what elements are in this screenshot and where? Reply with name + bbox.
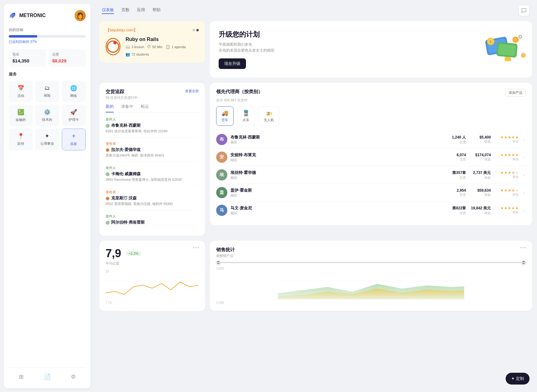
agent-row-5: 马 马文·麦金尼 南区 第822章 交货 19,842 美元 [216,202,526,219]
nav-dashboard[interactable]: 仪表板 [102,7,114,14]
cat-drone[interactable]: 🚁 无人机 [258,106,279,126]
svg-point-8 [513,38,518,42]
tab-shipping[interactable]: 船运 [141,104,149,112]
agent-arrow-3[interactable]: › [522,172,526,177]
sales-chart-yaxis: 3,000 [216,267,526,270]
slider-track [216,262,526,263]
cat-train[interactable]: 🚆 火车 [237,106,255,126]
agent-region-4: 南区 [230,193,441,198]
layers-icon[interactable]: ⊞ [17,371,25,382]
upgrade-button[interactable]: 现在升级 [219,58,246,69]
upgrade-illustration: $ [480,34,523,66]
agent-rating-5: ★★★★★ [494,206,519,210]
nav-apps[interactable]: 应用 [137,7,145,14]
chat-icon[interactable] [518,5,530,16]
ruby-circle [107,40,119,53]
agent-arrow-5[interactable]: › [522,208,526,213]
left-col: 【biqubiqu.com】 Ruby on Rails [99,21,205,78]
service-finance[interactable]: 💹 金融的 [9,105,33,126]
sales-chart-yaxis2: 2,500 [216,301,526,304]
sales-menu-dots[interactable] [520,247,526,248]
course-dots [193,29,199,31]
y-3000: 3,000 [216,267,224,270]
avg-number-block: 7,9 +2.2% 平均位置 [106,247,141,266]
service-activity[interactable]: 📅 活动 [9,81,33,102]
service-add-new[interactable]: + 添新 [62,129,86,150]
agent-info-4: 盖伊·霍金斯 南区 [230,188,441,198]
view-all-button[interactable]: 查看全部 [185,89,199,93]
right-col: 升级您的计划 平面插图和我们多色 生动的未混合紫色头发女士的精彩 现在升级 [210,21,532,78]
reception-label: 款待 [17,141,24,146]
user-avatar[interactable]: 👩 [75,10,86,21]
sales-slider [216,262,526,263]
service-tech[interactable]: ⚙️ 技术的 [35,105,59,126]
agent-avatar-5: 马 [216,205,227,216]
svg-rect-11 [505,57,511,61]
file-icon[interactable]: 📄 [42,371,52,382]
tab-new[interactable]: 新的 [106,104,114,112]
goal-progress-bar [9,35,86,38]
agents-header: 领先代理商（按类别） 添加产品 [216,89,526,97]
activity-label: 活动 [17,93,24,98]
cat-truck[interactable]: 🚚 货车 [216,106,234,126]
receiver-icon-4: ◉ [106,196,109,201]
svg-text:$: $ [489,40,491,43]
service-public[interactable]: ✦ 公用事业 [35,129,59,150]
y-2500: 2,500 [216,301,224,304]
meta-agenda: 📋 1 agenda [166,45,186,49]
brand-logo: METRONIC [9,11,46,20]
agent-rating-block-4: ★★★★★ 评分 [494,188,519,197]
row-1: 【biqubiqu.com】 Ruby on Rails [99,21,532,78]
shipment-col: 交货追踪 56 次交付正在进行中 查看全部 新的 准备中 船运 发件人 [99,83,205,236]
settings-icon[interactable]: ⚙ [69,371,78,382]
agent-transactions-3: 第357章 交货 [444,170,466,180]
agent-arrow-1[interactable]: › [522,137,526,142]
reception-icon: 📍 [17,133,24,139]
add-icon: + [72,133,75,140]
service-insurance[interactable]: 🗂 保险 [35,81,59,102]
agent-rating-block-5: ★★★★★ 评分 [494,206,519,215]
nav-pages[interactable]: 页数 [121,7,130,14]
budget-value: $14,350 [12,58,42,63]
agent-arrow-2[interactable]: › [522,155,526,160]
shipment-entry-5: 发件人 ◎ 阿尔伯特·弗洛雷斯 [106,214,199,230]
shipment-entry-4: 接收者 ◉ 克里斯汀·沃森 8502 普雷斯顿路, 英格尔伍德, 缅因州 983… [106,190,199,210]
category-tabs: 🚚 货车 🚆 火车 🚁 无人机 [216,106,526,126]
upgrade-svg: $ [480,34,526,65]
content-scroll: 【biqubiqu.com】 Ruby on Rails [94,21,537,392]
agent-info-3: 埃丝特·霍华德 南区 [230,170,441,180]
finance-label: 金融的 [16,117,26,122]
tech-label: 技术的 [42,117,52,122]
shipment-card: 交货追踪 56 次交付正在进行中 查看全部 新的 准备中 船运 发件人 [99,83,205,236]
svg-point-12 [521,53,526,58]
agent-region-1: 南区 [230,140,441,145]
tab-preparing[interactable]: 准备中 [121,104,133,112]
agents-title-block: 领先代理商（按类别） [216,89,263,95]
goal-progress-fill [9,35,37,38]
insurance-icon: 🗂 [44,85,50,91]
agent-arrow-4[interactable]: › [522,190,526,195]
duration-value: 50 Min [152,45,162,49]
upgrade-title: 升级您的计划 [219,30,275,39]
shipment-title-block: 交货追踪 56 次交付正在进行中 [106,89,138,100]
entry-role-5: 发件人 [106,214,199,219]
service-network[interactable]: 🌐 网络 [62,81,86,102]
duration-icon: ⏱ [147,45,151,49]
add-product-button[interactable]: 添加产品 [505,89,526,97]
dot-e [522,247,524,248]
budget-row: 预算 $14,350 花费 $8,029 [9,49,86,66]
service-reception[interactable]: 📍 款待 [9,129,33,150]
top-nav: 仪表板 页数 应用 帮助 [102,7,161,14]
nav-help[interactable]: 帮助 [152,7,161,14]
agent-name-4: 盖伊·霍金斯 [230,188,441,193]
sales-col: 销售统计 最畅销产品 [210,241,532,311]
goal-title: 你的目标 [9,27,86,33]
entry-role-2: 接收者 [106,141,199,146]
goal-section: 你的目标 已达到目标的 37% [9,27,86,44]
customize-fab-button[interactable]: ✦ 定制 [506,373,530,385]
students-icon: 👥 [125,52,130,57]
entry-addr-3: 3891 Ranchview 理查森博士, 加利福尼亚州 62639 [106,177,199,182]
sidebar: METRONIC 👩 你的目标 已达到目标的 37% 预算 $14,350 花费… [4,4,91,388]
service-nursing[interactable]: 🚀 护理卡 [62,105,86,126]
avg-menu-dots[interactable] [193,247,199,248]
